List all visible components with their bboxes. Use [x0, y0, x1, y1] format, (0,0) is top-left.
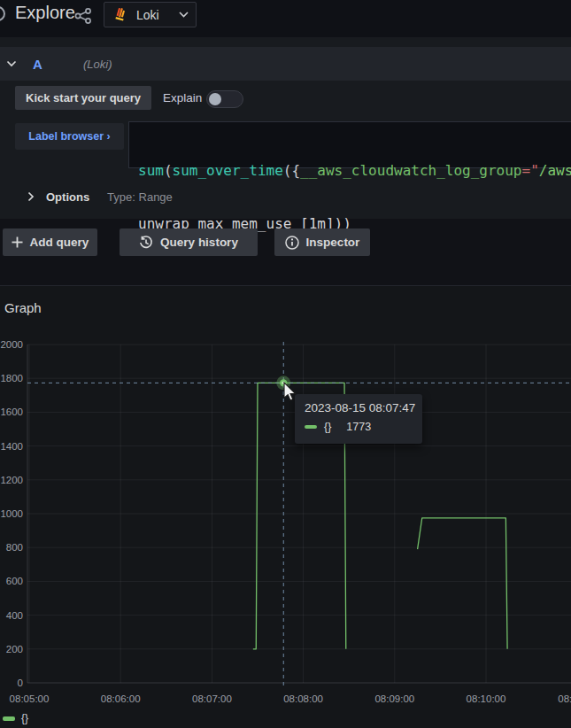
grafana-explore-page: Explore Loki — [0, 0, 571, 728]
series-color-swatch — [305, 425, 317, 429]
svg-text:1600: 1600 — [0, 407, 23, 417]
chart-tooltip: 2023-08-15 08:07:47 {} 1773 — [295, 394, 422, 444]
tooltip-timestamp: 2023-08-15 08:07:47 — [305, 401, 413, 414]
y-axis-labels: 0200400600800100012001400160018002000 — [0, 339, 23, 688]
svg-text:400: 400 — [6, 610, 23, 621]
svg-text:1000: 1000 — [0, 508, 23, 519]
legend-item[interactable]: {} — [3, 712, 28, 724]
svg-text:08:11:00: 08:11:00 — [558, 693, 571, 704]
svg-text:1400: 1400 — [0, 441, 23, 452]
svg-text:0: 0 — [18, 678, 23, 688]
legend-color-swatch — [3, 716, 15, 721]
timeseries-chart[interactable]: 020040060080010001200140016001800200008:… — [0, 0, 571, 728]
tooltip-series-row: {} 1773 — [305, 421, 413, 433]
svg-text:08:05:00: 08:05:00 — [10, 693, 50, 704]
svg-text:08:06:00: 08:06:00 — [101, 693, 141, 704]
svg-text:08:08:00: 08:08:00 — [283, 693, 323, 704]
svg-text:08:09:00: 08:09:00 — [374, 693, 414, 704]
svg-text:1800: 1800 — [0, 373, 23, 383]
tooltip-series-value: 1773 — [346, 421, 371, 433]
legend-series-label: {} — [21, 712, 28, 724]
svg-text:600: 600 — [6, 576, 23, 586]
tooltip-series-label: {} — [324, 421, 331, 433]
svg-text:08:10:00: 08:10:00 — [467, 693, 506, 704]
svg-text:200: 200 — [6, 644, 23, 654]
chart-hover-point — [276, 376, 290, 390]
svg-text:800: 800 — [6, 542, 23, 553]
x-axis-labels: 08:05:0008:06:0008:07:0008:08:0008:09:00… — [10, 693, 571, 704]
svg-text:08:07:00: 08:07:00 — [192, 693, 232, 704]
svg-text:1200: 1200 — [0, 475, 23, 485]
svg-text:2000: 2000 — [0, 339, 23, 350]
